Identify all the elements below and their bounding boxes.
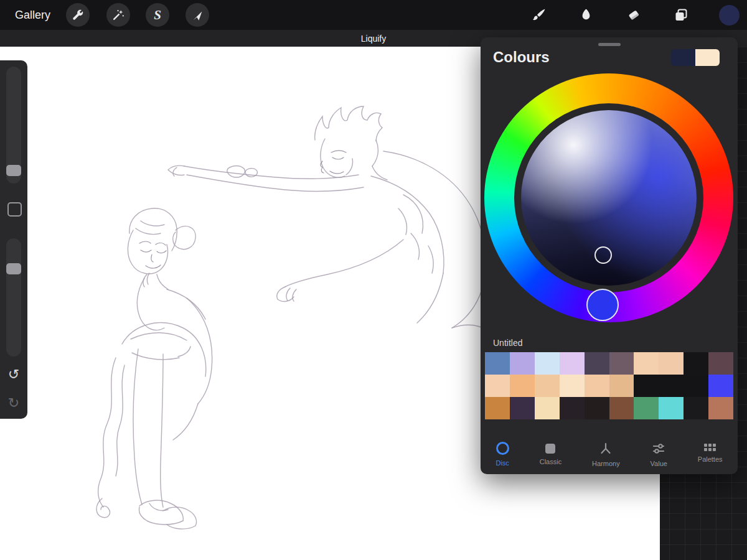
palette-swatch[interactable]	[659, 375, 684, 397]
palette-swatch[interactable]	[560, 397, 585, 419]
palette-name: Untitled	[493, 338, 522, 348]
tab-classic[interactable]: Classic	[540, 438, 561, 465]
transform-icon[interactable]	[186, 3, 209, 27]
classic-icon	[545, 444, 555, 454]
adjustments-icon[interactable]	[106, 3, 130, 27]
palette-swatch[interactable]	[634, 352, 659, 375]
value-icon	[652, 442, 665, 455]
palette-swatch[interactable]	[535, 352, 560, 375]
panel-drag-handle[interactable]	[598, 43, 621, 46]
recent-colors-pill[interactable]	[671, 49, 720, 66]
palette-swatch[interactable]	[560, 352, 585, 375]
palette-swatch[interactable]	[485, 397, 510, 419]
panel-title: Colours	[493, 49, 550, 66]
palette-swatch[interactable]	[684, 375, 708, 397]
palettes-icon	[704, 444, 716, 451]
recent-swatch-secondary[interactable]	[695, 49, 720, 66]
palette-grid	[485, 352, 733, 419]
top-toolbar: Gallery S	[0, 0, 747, 30]
selection-s-glyph: S	[154, 9, 161, 22]
recent-swatch-primary[interactable]	[671, 49, 695, 66]
palette-swatch[interactable]	[585, 375, 609, 397]
color-mode-tabs: Disc Classic Harmony	[481, 438, 738, 474]
palette-swatch[interactable]	[585, 352, 609, 375]
brush-size-slider[interactable]	[6, 67, 21, 184]
palette-swatch[interactable]	[609, 352, 634, 375]
magic-wand-glyph	[111, 8, 125, 22]
layers-icon[interactable]	[670, 4, 692, 26]
redo-button[interactable]: ↻	[0, 395, 27, 411]
transform-arrow-glyph	[190, 8, 204, 22]
wheel-current-color[interactable]	[586, 289, 619, 321]
palette-swatch[interactable]	[510, 397, 535, 419]
palette-swatch[interactable]	[485, 352, 510, 375]
palette-swatch[interactable]	[535, 375, 560, 397]
brush-icon[interactable]	[528, 4, 550, 26]
eraser-icon[interactable]	[622, 4, 645, 26]
smudge-icon[interactable]	[575, 4, 597, 26]
wrench-glyph	[71, 8, 85, 22]
eraser-glyph	[626, 7, 641, 22]
disc-selector-cursor[interactable]	[594, 246, 612, 264]
palette-swatch[interactable]	[708, 375, 733, 397]
current-color-swatch[interactable]	[719, 5, 740, 26]
palette-swatch[interactable]	[585, 397, 609, 419]
palette-swatch[interactable]	[609, 397, 634, 419]
harmony-icon	[599, 442, 613, 455]
palette-swatch[interactable]	[634, 375, 659, 397]
palette-swatch[interactable]	[659, 397, 684, 419]
palette-swatch[interactable]	[708, 352, 733, 375]
palette-swatch[interactable]	[708, 397, 733, 419]
opacity-handle[interactable]	[6, 263, 21, 274]
procreate-app: Liquify Gallery S	[0, 0, 747, 560]
palette-swatch[interactable]	[560, 375, 585, 397]
gallery-button[interactable]: Gallery	[15, 0, 50, 30]
palette-swatch[interactable]	[634, 397, 659, 419]
undo-button[interactable]: ↺	[0, 366, 27, 383]
palette-swatch[interactable]	[535, 397, 560, 419]
layers-glyph	[674, 7, 688, 22]
selection-icon[interactable]: S	[146, 3, 169, 27]
tab-value[interactable]: Value	[651, 438, 667, 467]
opacity-slider[interactable]	[6, 238, 21, 357]
disc-icon	[496, 442, 509, 455]
color-wheel	[484, 73, 733, 322]
colours-panel: Colours Untitled Disc Classic	[481, 37, 738, 474]
palette-swatch[interactable]	[485, 375, 510, 397]
tab-harmony[interactable]: Harmony	[592, 438, 620, 467]
mode-title: Liquify	[361, 34, 386, 44]
palette-swatch[interactable]	[609, 375, 634, 397]
palette-swatch[interactable]	[510, 352, 535, 375]
smudge-glyph	[578, 7, 593, 22]
palette-swatch[interactable]	[684, 352, 708, 375]
brush-size-handle[interactable]	[6, 165, 21, 176]
palette-swatch[interactable]	[684, 397, 708, 419]
palette-swatch[interactable]	[659, 352, 684, 375]
brush-glyph	[532, 7, 547, 22]
tab-disc[interactable]: Disc	[496, 438, 509, 467]
palette-swatch[interactable]	[510, 375, 535, 397]
wrench-icon[interactable]	[66, 3, 90, 27]
tab-palettes[interactable]: Palettes	[698, 438, 723, 463]
sidebar-tools: ↺ ↻	[0, 60, 27, 419]
modify-button[interactable]	[7, 202, 22, 217]
